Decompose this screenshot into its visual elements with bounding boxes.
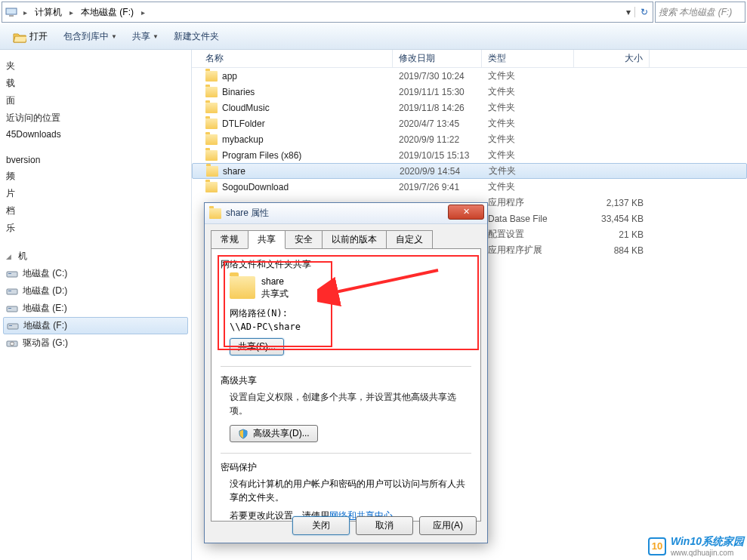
search-placeholder: 搜索 本地磁盘 (F:)	[659, 6, 732, 19]
svg-rect-2	[7, 272, 17, 277]
sidebar-item[interactable]: 近访问的位置	[0, 109, 191, 127]
share-folder-status: 共享式	[261, 288, 289, 300]
svg-rect-6	[7, 306, 17, 312]
sidebar-item[interactable]: 乐	[0, 220, 191, 237]
toolbar: 打开 包含到库中▼ 共享▼ 新建文件夹	[0, 24, 747, 50]
tab-常规[interactable]: 常规	[211, 230, 248, 248]
folder-icon	[205, 103, 218, 113]
svg-rect-1	[9, 15, 14, 17]
folder-icon	[205, 87, 218, 97]
folder-icon	[209, 208, 221, 219]
sidebar-item[interactable]: 片	[0, 185, 191, 202]
sidebar-item[interactable]: bversion	[0, 152, 191, 168]
sidebar-item[interactable]: 频	[0, 168, 191, 185]
sidebar-drive[interactable]: 地磁盘 (C:)	[0, 265, 191, 282]
folder-icon	[205, 118, 218, 129]
sidebar-item[interactable]: 档	[0, 202, 191, 220]
drive-icon	[6, 269, 18, 279]
watermark-line1: Win10系统家园	[671, 535, 744, 549]
svg-rect-7	[8, 308, 11, 309]
dialog-title: share 属性	[226, 207, 448, 220]
folder-icon	[205, 150, 218, 161]
dialog-apply-button[interactable]: 应用(A)	[419, 516, 477, 535]
sidebar-item[interactable]: 45Downloads	[0, 127, 191, 142]
breadcrumb-drive[interactable]: 本地磁盘 (F:)	[76, 5, 138, 20]
file-row[interactable]: Binaries2019/11/1 15:30文件夹	[192, 84, 747, 100]
address-bar[interactable]: ▸ 计算机 ▸ 本地磁盘 (F:) ▸ ▾ ↻	[2, 2, 653, 23]
tab-strip: 常规共享安全以前的版本自定义	[205, 224, 487, 248]
sidebar-drive[interactable]: 地磁盘 (F:)	[3, 317, 188, 334]
advanced-share-label: 高级共享	[221, 374, 471, 387]
col-name[interactable]: 名称	[192, 50, 393, 67]
sidebar-computer[interactable]: ◢机	[0, 248, 191, 265]
sidebar-drive[interactable]: 地磁盘 (E:)	[0, 300, 191, 317]
drive-icon	[7, 321, 19, 331]
sidebar-item[interactable]: 夹	[0, 57, 191, 75]
svg-rect-5	[8, 291, 11, 291]
file-row[interactable]: DTLFolder2020/4/7 13:45文件夹	[192, 115, 747, 131]
tab-自定义[interactable]: 自定义	[386, 230, 433, 248]
chevron-right-icon: ▸	[138, 8, 148, 17]
file-row[interactable]: Program Files (x86)2019/10/15 15:13文件夹	[192, 147, 747, 163]
sidebar-drive[interactable]: 驱动器 (G:)	[0, 334, 191, 352]
share-with-button[interactable]: 共享▼	[126, 29, 165, 45]
shield-icon	[238, 429, 248, 439]
file-row[interactable]: CloudMusic2019/11/8 14:26文件夹	[192, 100, 747, 115]
open-folder-icon	[13, 30, 26, 44]
properties-dialog: share 属性 ✕ 常规共享安全以前的版本自定义 网络文件和文件夹共享 sha…	[204, 202, 488, 543]
sidebar-item[interactable]: 载	[0, 75, 191, 92]
address-dropdown-icon[interactable]: ▾	[622, 7, 634, 17]
svg-rect-9	[9, 325, 12, 326]
advanced-share-desc: 设置自定义权限，创建多个共享，并设置其他高级共享选项。	[230, 390, 471, 417]
file-row[interactable]: SogouDownload2019/7/26 9:41文件夹	[192, 179, 747, 195]
sidebar-item[interactable]: 面	[0, 92, 191, 109]
tab-body-share: 网络文件和文件夹共享 share 共享式 网络路径(N): \\AD-PC\sh…	[211, 248, 481, 522]
tab-以前的版本[interactable]: 以前的版本	[322, 230, 387, 248]
password-protect-desc1: 没有此计算机的用户帐户和密码的用户可以访问与所有人共享的文件夹。	[230, 477, 471, 504]
folder-icon	[205, 71, 218, 82]
network-path-value: \\AD-PC\share	[230, 322, 471, 332]
network-share-label: 网络文件和文件夹共享	[221, 258, 471, 271]
tab-共享[interactable]: 共享	[248, 230, 286, 249]
watermark-line2: www.qdhuajin.com	[671, 549, 744, 557]
dropdown-icon: ▼	[153, 33, 159, 40]
watermark: 10 Win10系统家园 www.qdhuajin.com	[648, 535, 744, 557]
svg-point-11	[11, 342, 14, 346]
col-type[interactable]: 类型	[482, 50, 574, 67]
svg-rect-8	[8, 324, 18, 329]
col-date[interactable]: 修改日期	[393, 50, 482, 67]
advanced-share-button[interactable]: 高级共享(D)...	[230, 425, 318, 442]
share-button[interactable]: 共享(S)...	[230, 338, 284, 355]
file-row[interactable]: app2019/7/30 10:24文件夹	[192, 68, 747, 84]
dropdown-icon: ▼	[111, 33, 117, 40]
refresh-icon[interactable]: ↻	[634, 7, 653, 17]
network-path-label: 网络路径(N):	[230, 307, 471, 320]
file-row[interactable]: share2020/9/9 14:54文件夹	[192, 163, 747, 179]
file-row[interactable]: mybackup2020/9/9 11:22文件夹	[192, 131, 747, 147]
dialog-close-button[interactable]: 关闭	[292, 516, 350, 535]
include-library-button[interactable]: 包含到库中▼	[57, 29, 123, 45]
svg-rect-0	[6, 8, 17, 14]
folder-icon	[206, 166, 218, 177]
annotation-red-box-inner	[224, 261, 332, 347]
dialog-titlebar[interactable]: share 属性 ✕	[205, 203, 487, 224]
breadcrumb-computer[interactable]: 计算机	[30, 5, 66, 20]
col-size[interactable]: 大小	[574, 50, 650, 67]
chevron-right-icon: ▸	[20, 8, 30, 17]
search-input[interactable]: 搜索 本地磁盘 (F:)	[655, 2, 745, 23]
open-button[interactable]: 打开	[6, 28, 54, 46]
chevron-right-icon: ▸	[66, 8, 76, 17]
password-protect-label: 密码保护	[221, 461, 471, 474]
tab-安全[interactable]: 安全	[285, 230, 323, 248]
sidebar-drive[interactable]: 地磁盘 (D:)	[0, 282, 191, 300]
share-folder-icon	[230, 276, 255, 299]
close-button[interactable]: ✕	[448, 205, 484, 220]
share-folder-name: share	[261, 275, 289, 288]
dialog-cancel-button[interactable]: 取消	[356, 516, 413, 535]
new-folder-button[interactable]: 新建文件夹	[168, 29, 225, 45]
drive-icon	[6, 303, 18, 314]
drive-icon	[6, 286, 18, 297]
folder-icon	[205, 134, 218, 145]
sidebar: 夹载面近访问的位置45Downloads bversion频片档乐 ◢机 地磁盘…	[0, 50, 192, 560]
svg-rect-4	[7, 289, 17, 294]
